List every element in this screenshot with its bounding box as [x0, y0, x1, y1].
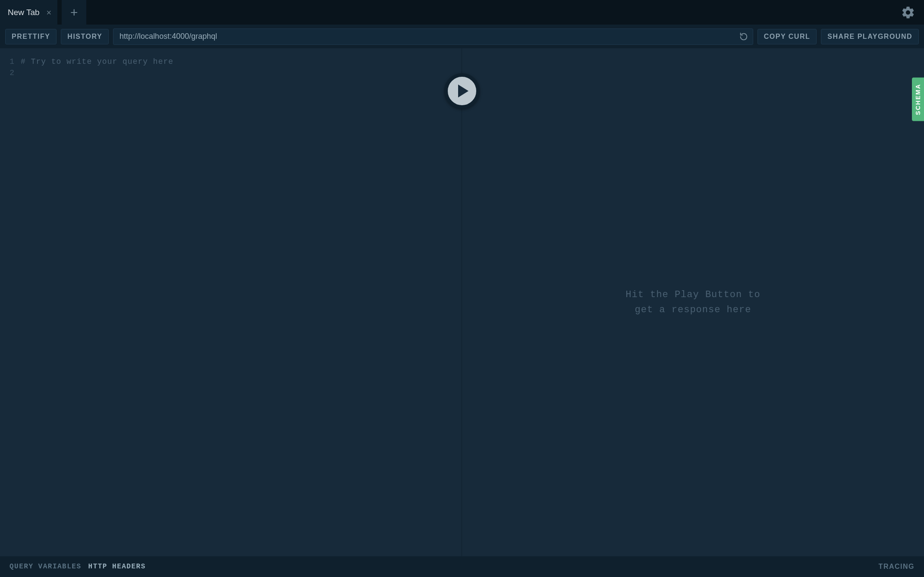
- code-line: # Try to write your query here: [21, 56, 462, 67]
- main-split: 1 2 # Try to write your query here QUERY…: [0, 48, 924, 577]
- reload-button[interactable]: [739, 32, 748, 41]
- share-playground-button[interactable]: SHARE PLAYGROUND: [821, 29, 919, 44]
- line-number: 2: [0, 67, 15, 78]
- line-gutter: 1 2: [0, 56, 21, 556]
- query-editor-pane: 1 2 # Try to write your query here QUERY…: [0, 48, 462, 577]
- copy-curl-button[interactable]: COPY CURL: [757, 29, 817, 44]
- tab-active[interactable]: New Tab ×: [0, 0, 57, 25]
- settings-button[interactable]: [901, 5, 915, 20]
- reload-icon: [739, 32, 748, 41]
- tab-label: New Tab: [8, 8, 40, 17]
- history-button[interactable]: HISTORY: [61, 29, 109, 44]
- tab-http-headers[interactable]: HTTP HEADERS: [88, 563, 146, 571]
- tab-query-variables[interactable]: QUERY VARIABLES: [9, 563, 82, 571]
- code-line: [21, 67, 462, 78]
- schema-tab[interactable]: SCHEMA: [912, 78, 924, 121]
- execute-button[interactable]: [444, 73, 480, 109]
- endpoint-input[interactable]: [119, 32, 739, 41]
- tab-tracing[interactable]: TRACING: [879, 563, 915, 571]
- close-icon[interactable]: ×: [47, 8, 52, 17]
- response-body: Hit the Play Button to get a response he…: [462, 48, 924, 556]
- code-lines: # Try to write your query here: [21, 56, 462, 556]
- editor-bottom-tabs: QUERY VARIABLES HTTP HEADERS: [0, 556, 462, 577]
- endpoint-field-wrap: [113, 28, 753, 45]
- toolbar: PRETTIFY HISTORY COPY CURL SHARE PLAYGRO…: [0, 25, 924, 48]
- line-number: 1: [0, 56, 15, 67]
- query-editor[interactable]: 1 2 # Try to write your query here: [0, 48, 462, 556]
- response-placeholder: Hit the Play Button to get a response he…: [625, 287, 760, 317]
- app-root: New Tab × + PRETTIFY HISTORY COPY CURL S…: [0, 0, 924, 577]
- tab-bar: New Tab × +: [0, 0, 924, 25]
- response-pane: Hit the Play Button to get a response he…: [462, 48, 924, 577]
- add-tab-button[interactable]: +: [62, 0, 86, 25]
- plus-icon: +: [70, 5, 78, 20]
- response-bottom-tabs: TRACING: [462, 556, 924, 577]
- gear-icon: [901, 5, 915, 20]
- prettify-button[interactable]: PRETTIFY: [5, 29, 57, 44]
